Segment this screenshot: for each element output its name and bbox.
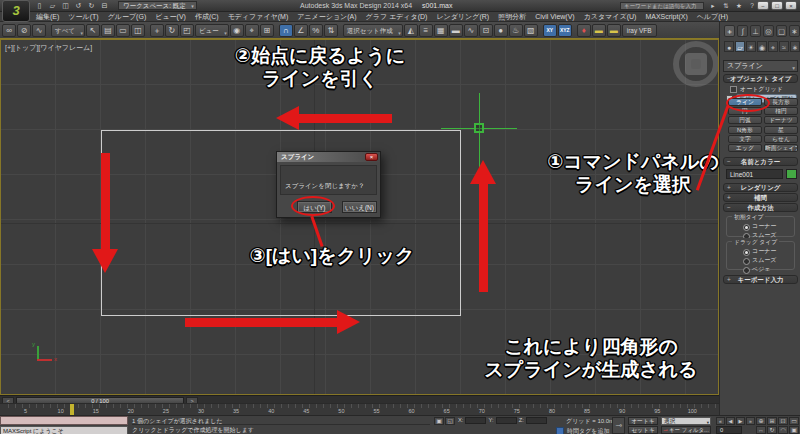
favorites-icon[interactable]: ★ xyxy=(734,1,744,10)
rendered-frame-window-icon[interactable]: ▧ xyxy=(524,24,538,37)
dialog-no-button[interactable]: いいえ(N) xyxy=(342,201,377,213)
menu-item[interactable]: ビュー(V) xyxy=(155,12,186,21)
close-button[interactable]: × xyxy=(785,1,797,10)
axis-constraint-xy-icon[interactable]: XY xyxy=(543,24,557,37)
align-icon[interactable]: ≡ xyxy=(419,24,433,37)
use-pivot-point-center-icon[interactable]: ◉ xyxy=(230,24,244,37)
selection-region-icon[interactable]: ▭ xyxy=(116,24,130,37)
set-key-button[interactable]: セットキー xyxy=(628,426,658,434)
curve-editor-icon[interactable]: ∿ xyxy=(464,24,478,37)
bind-to-space-warp-icon[interactable]: ∿ xyxy=(32,24,46,37)
helix-button[interactable]: らせん xyxy=(764,135,798,143)
zoom-extents-icon[interactable]: ⊡ xyxy=(778,417,788,425)
select-by-name-icon[interactable]: ▤ xyxy=(101,24,115,37)
dialog-close-button[interactable]: × xyxy=(365,153,378,161)
tab-hierarchy-icon[interactable]: ⊥ xyxy=(750,25,761,37)
set-keys-button[interactable]: ⊸ xyxy=(612,417,625,434)
tab-create-icon[interactable]: ＋ xyxy=(724,25,735,37)
angle-snap-icon[interactable]: ∠ xyxy=(294,24,308,37)
selection-lock-icon[interactable]: ▣ xyxy=(434,417,444,425)
menu-item[interactable]: グラフ エディタ(D) xyxy=(366,12,428,21)
add-time-tag[interactable]: 時間タグを追加 xyxy=(567,427,609,434)
mirror-icon[interactable]: ◭ xyxy=(404,24,418,37)
material-editor-icon[interactable]: ● xyxy=(494,24,508,37)
ellipse-button[interactable]: 楕円 xyxy=(764,107,798,115)
category-space-warps-icon[interactable]: ≈ xyxy=(779,41,789,52)
save-file-icon[interactable]: ◫ xyxy=(60,1,71,10)
menu-item[interactable]: レンダリング(R) xyxy=(436,12,489,21)
render-setup-icon[interactable]: ♨ xyxy=(509,24,523,37)
radio-drag-smooth[interactable]: スムーズ xyxy=(743,256,776,264)
menu-item[interactable]: 作成(C) xyxy=(195,12,219,21)
menu-item[interactable]: ツール(T) xyxy=(68,12,98,21)
select-and-link-icon[interactable]: ∞ xyxy=(2,24,16,37)
rollout-name-color[interactable]: − 名前とカラー xyxy=(723,157,798,166)
tab-modify-icon[interactable]: ∫ xyxy=(737,25,748,37)
arc-button[interactable]: 円弧 xyxy=(728,116,762,124)
rollout-keyboard-entry[interactable]: + キーボード入力 xyxy=(723,275,798,284)
named-selection-sets-dropdown[interactable]: 選択セット作成 xyxy=(343,24,403,37)
category-systems-icon[interactable]: ∗ xyxy=(790,41,800,52)
search-icon[interactable]: ▸ xyxy=(708,1,718,10)
maxscript-mini-listener[interactable]: MAXScript にようこそ xyxy=(0,426,128,434)
menu-item[interactable]: グループ(G) xyxy=(108,12,147,21)
select-object-icon[interactable]: ↖ xyxy=(86,24,100,37)
rollout-object-type[interactable]: − オブジェクト タイプ xyxy=(723,74,798,83)
key-filters-button[interactable]: ⊸キー フィルタ... xyxy=(661,426,711,434)
object-name-field[interactable]: Line001 xyxy=(726,169,783,179)
menu-item[interactable]: MAXScript(X) xyxy=(645,12,687,21)
app-logo[interactable]: 3 xyxy=(2,0,30,22)
rollout-interpolation[interactable]: + 補間 xyxy=(723,193,798,202)
autogrid-checkbox[interactable] xyxy=(730,86,737,93)
pan-icon[interactable]: ↔ xyxy=(756,426,766,434)
minimize-button[interactable]: − xyxy=(757,1,769,10)
category-geometry-icon[interactable]: ● xyxy=(724,41,734,52)
track-bar[interactable]: 5101520253035404550556065707580859095100 xyxy=(0,403,719,415)
zoom-region-icon[interactable]: ▭ xyxy=(789,417,799,425)
new-file-icon[interactable]: ▯ xyxy=(34,1,45,10)
viewport-label[interactable]: [+][トップ][ワイヤフレーム] xyxy=(5,43,92,53)
viewcube-top-face[interactable] xyxy=(685,53,707,75)
maximize-viewport-icon[interactable]: ▣ xyxy=(789,426,799,434)
percent-snap-icon[interactable]: % xyxy=(309,24,323,37)
menu-item[interactable]: カスタマイズ(U) xyxy=(584,12,637,21)
menu-item[interactable]: 照明分析 xyxy=(498,12,526,21)
layer-manager-icon[interactable]: ▦ xyxy=(434,24,448,37)
category-helpers-icon[interactable]: ⌖ xyxy=(768,41,778,52)
play-icon[interactable]: ▶ xyxy=(736,417,745,425)
tab-display-icon[interactable]: ▢ xyxy=(776,25,787,37)
spinner-snap-icon[interactable]: ⇅ xyxy=(324,24,338,37)
time-tag-a-icon[interactable]: ▬ xyxy=(592,24,606,37)
select-and-move-icon[interactable]: ＋ xyxy=(150,24,164,37)
snap-toggle-3d-icon[interactable]: ∩ xyxy=(279,24,293,37)
time-tag-b-icon[interactable]: ▬ xyxy=(607,24,621,37)
redo-icon[interactable]: ↻ xyxy=(86,1,97,10)
undo-icon[interactable]: ↺ xyxy=(73,1,84,10)
window-crossing-icon[interactable]: ◫ xyxy=(131,24,145,37)
coord-x-field[interactable] xyxy=(465,417,486,424)
keyboard-shortcut-override-icon[interactable]: ⊞ xyxy=(260,24,274,37)
star-button[interactable]: 星 xyxy=(764,126,798,134)
select-and-rotate-icon[interactable]: ↻ xyxy=(165,24,179,37)
previous-frame-icon[interactable]: ◀ xyxy=(726,417,735,425)
viewcube[interactable] xyxy=(673,41,719,87)
menu-item[interactable]: 編集(E) xyxy=(36,12,59,21)
current-frame-field[interactable]: 0 xyxy=(716,426,742,434)
search-input[interactable]: キーワードまたは語句を入力 xyxy=(620,2,704,10)
orbit-icon[interactable]: ↻ xyxy=(767,426,777,434)
auto-key-button[interactable]: オートキー xyxy=(628,417,658,425)
shape-category-dropdown[interactable]: スプライン xyxy=(723,60,798,72)
radio-drag-bezier[interactable]: ベジェ xyxy=(743,265,776,273)
help-icon[interactable]: ? xyxy=(747,1,757,10)
object-color-swatch[interactable] xyxy=(786,169,797,179)
graphite-ribbon-icon[interactable]: ▬ xyxy=(449,24,463,37)
egg-button[interactable]: エッグ xyxy=(728,144,762,152)
menu-item[interactable]: ヘルプ(H) xyxy=(697,12,728,21)
coord-z-field[interactable] xyxy=(526,417,547,424)
unlink-selection-icon[interactable]: ⊘ xyxy=(17,24,31,37)
fov-icon[interactable]: ◠ xyxy=(778,426,788,434)
category-lights-icon[interactable]: ☀ xyxy=(746,41,756,52)
tab-motion-icon[interactable]: ◎ xyxy=(763,25,774,37)
select-and-manipulate-icon[interactable]: ⌖ xyxy=(245,24,259,37)
selection-filter-dropdown[interactable]: すべて xyxy=(51,24,85,37)
